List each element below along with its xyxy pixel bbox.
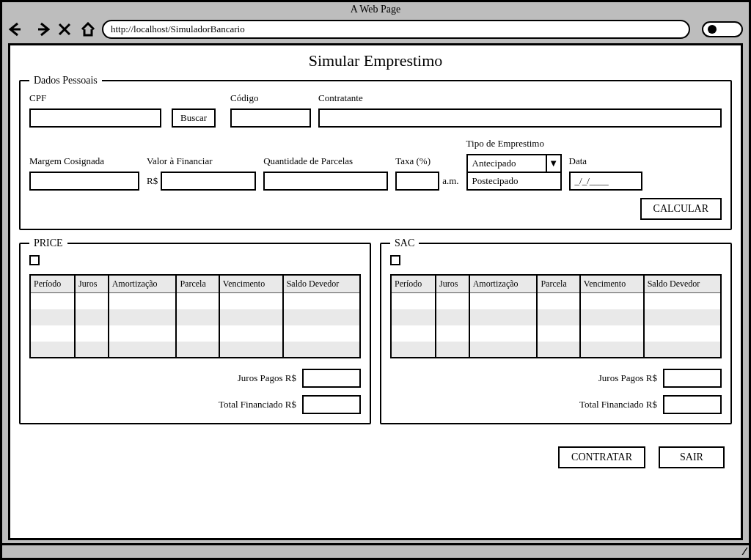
price-checkbox[interactable] <box>29 255 40 265</box>
valor-prefix: R$ <box>147 175 158 187</box>
tipo-option-postecipado[interactable]: Postecipado <box>468 173 560 189</box>
taxa-label: Taxa (%) <box>395 155 458 167</box>
buscar-button[interactable]: Buscar <box>172 108 216 128</box>
calcular-button[interactable]: CALCULAR <box>640 198 722 220</box>
tipo-emprestimo-label: Tipo de Emprestimo <box>466 138 562 150</box>
dados-pessoais-group: Dados Pessoais CPF Buscar Código Contrat… <box>19 75 732 230</box>
sac-table: Período Juros Amortização Parcela Vencim… <box>390 274 722 358</box>
tipo-selected: Antecipado <box>468 158 546 169</box>
col-amort: Amortização <box>469 275 538 293</box>
margem-label: Margem Cosignada <box>29 155 139 167</box>
dados-legend: Dados Pessoais <box>29 75 102 86</box>
col-saldo: Saldo Devedor <box>283 275 360 293</box>
price-juros-pagos-label: Juros Pagos R$ <box>238 372 296 384</box>
col-juros: Juros <box>436 275 469 293</box>
col-parcela: Parcela <box>537 275 579 293</box>
browser-window: A Web Page http://localhost/SimuladorBan… <box>0 0 751 560</box>
forward-icon[interactable] <box>32 20 51 39</box>
table-row <box>30 309 360 325</box>
sac-juros-pagos-value[interactable] <box>663 369 722 388</box>
contratante-label: Contratante <box>318 92 722 104</box>
taxa-suffix: a.m. <box>442 175 458 187</box>
url-text: http://localhost/SimuladorBancario <box>111 23 245 35</box>
sac-total-fin-label: Total Financiado R$ <box>579 399 657 410</box>
table-row <box>391 342 721 358</box>
magnifier-icon <box>708 25 717 34</box>
price-juros-pagos-value[interactable] <box>302 369 361 388</box>
data-input[interactable]: _/_/____ <box>569 172 642 191</box>
browser-toolbar: http://localhost/SimuladorBancario <box>2 17 749 43</box>
codigo-label: Código <box>230 92 311 104</box>
col-venc: Vencimento <box>219 275 283 293</box>
valor-label: Valor à Financiar <box>147 155 256 167</box>
cpf-label: CPF <box>29 92 216 104</box>
url-bar[interactable]: http://localhost/SimuladorBancario <box>102 20 690 39</box>
contratante-input[interactable] <box>318 108 722 128</box>
margem-input[interactable] <box>29 172 139 191</box>
col-amort: Amortização <box>109 275 177 293</box>
chevron-down-icon: ▼ <box>546 155 560 172</box>
sac-juros-pagos-label: Juros Pagos R$ <box>598 372 657 384</box>
valor-input[interactable] <box>161 172 256 191</box>
qtd-parcelas-label: Quantidade de Parcelas <box>263 155 388 167</box>
sac-group: SAC Período Juros Amortização Parcela Ve… <box>380 237 732 424</box>
taxa-input[interactable] <box>395 172 439 191</box>
sac-total-fin-value[interactable] <box>663 395 722 414</box>
table-row <box>30 325 360 342</box>
data-placeholder: _/_/____ <box>575 175 609 187</box>
col-venc: Vencimento <box>580 275 644 293</box>
price-total-fin-value[interactable] <box>302 395 361 414</box>
cpf-input[interactable] <box>29 108 161 128</box>
table-row <box>391 309 721 325</box>
price-group: PRICE Período Juros Amortização Parcela … <box>19 237 371 424</box>
table-row <box>30 293 360 309</box>
col-saldo: Saldo Devedor <box>644 275 721 293</box>
status-bar: ⁄⁄⁄ <box>2 543 749 558</box>
col-juros: Juros <box>75 275 109 293</box>
table-row <box>30 342 360 358</box>
col-periodo: Período <box>391 275 436 293</box>
stop-icon[interactable] <box>55 20 74 39</box>
page-title: Simular Emprestimo <box>19 51 732 70</box>
price-legend: PRICE <box>29 237 67 249</box>
data-label: Data <box>569 155 642 167</box>
sac-legend: SAC <box>390 237 419 249</box>
table-row <box>391 325 721 342</box>
back-icon[interactable] <box>8 20 27 39</box>
price-table: Período Juros Amortização Parcela Vencim… <box>29 274 361 358</box>
home-icon[interactable] <box>78 20 98 39</box>
qtd-parcelas-input[interactable] <box>263 172 388 191</box>
table-row <box>391 293 721 309</box>
tipo-dropdown: Postecipado <box>466 173 562 191</box>
codigo-input[interactable] <box>230 108 311 128</box>
window-title: A Web Page <box>2 2 749 17</box>
resize-grip-icon[interactable]: ⁄⁄⁄ <box>744 545 744 558</box>
col-parcela: Parcela <box>176 275 219 293</box>
tipo-emprestimo-select[interactable]: Antecipado ▼ Postecipado <box>466 154 562 191</box>
price-total-fin-label: Total Financiado R$ <box>219 399 296 410</box>
zoom-control[interactable] <box>702 21 743 37</box>
page-canvas: Simular Emprestimo Dados Pessoais CPF Bu… <box>8 43 743 540</box>
sair-button[interactable]: SAIR <box>659 446 725 468</box>
sac-checkbox[interactable] <box>390 255 400 265</box>
contratar-button[interactable]: CONTRATAR <box>558 446 645 468</box>
col-periodo: Período <box>30 275 75 293</box>
